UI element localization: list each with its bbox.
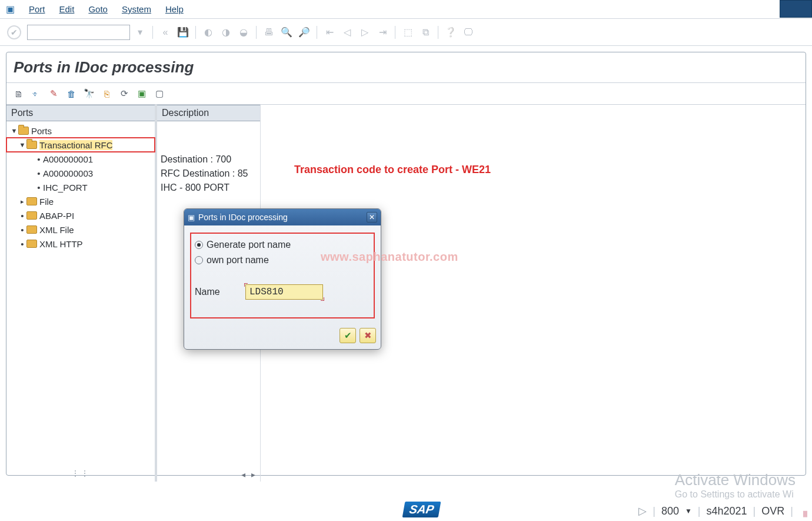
status-insert-mode: OVR [761, 505, 784, 517]
prev-page-icon[interactable]: ◁ [340, 25, 355, 40]
new-session-icon[interactable]: ⬚ [400, 25, 415, 40]
content-split: Ports ▼ Ports ▼ Transactional RFC • A000… [6, 105, 806, 482]
layout-icon[interactable]: 🖵 [461, 25, 476, 40]
help-icon[interactable]: ❔ [443, 25, 458, 40]
toolbar-separator [438, 26, 438, 39]
bullet-icon: • [18, 239, 26, 249]
last-page-icon[interactable]: ⇥ [375, 25, 390, 40]
delete-icon[interactable]: 🗑 [64, 87, 78, 101]
expand-icon[interactable]: ▣ [135, 87, 149, 101]
status-bar: ▷ | 800 ▼ | s4h2021 | OVR | ▗ [638, 505, 807, 517]
bullet-icon: • [35, 182, 43, 193]
radio-label: Generate port name [207, 240, 291, 250]
dropdown-icon[interactable]: ▾ [132, 25, 148, 40]
status-system: s4h2021 [707, 505, 747, 517]
dialog-titlebar[interactable]: ▣ Ports in IDoc processing ✕ [184, 209, 381, 225]
status-play-icon[interactable]: ▷ [638, 505, 647, 517]
radio-label: own port name [207, 255, 269, 266]
status-client-dropdown-icon[interactable]: ▼ [685, 507, 692, 515]
window-corner-button[interactable] [780, 0, 812, 18]
create-icon[interactable]: 🗎 [11, 87, 25, 101]
nav-exit-icon[interactable]: ◑ [218, 25, 234, 40]
tree-leaf-a000000003[interactable]: • A000000003 [6, 166, 155, 180]
menu-edit[interactable]: Edit [59, 4, 75, 14]
nav-cancel-icon[interactable]: ◒ [236, 25, 251, 40]
port-name-input[interactable] [245, 284, 323, 300]
toolbar-separator [395, 26, 395, 39]
menu-system[interactable]: System [122, 4, 151, 14]
status-signal-icon: ▗ [799, 505, 807, 517]
dialog-cancel-button[interactable]: ✖ [360, 328, 376, 343]
expander-icon[interactable]: ▸ [18, 198, 26, 205]
tree-node-xml-file[interactable]: • XML File [6, 223, 155, 237]
description-a000000001: Destination : 700 [161, 154, 257, 168]
application-area: Ports in IDoc processing 🗎 ᯤ ✎ 🗑 🔭 ⎘ ⟳ ▣… [6, 52, 806, 476]
tree-node-transactional-rfc[interactable]: ▼ Transactional RFC [6, 138, 155, 152]
collapse-icon[interactable]: ▢ [152, 87, 167, 101]
print-icon[interactable]: 🖶 [261, 25, 277, 40]
folder-icon [26, 240, 37, 248]
tree-column-header: Ports [6, 105, 155, 121]
toolbar-separator [317, 26, 317, 39]
menu-doc-icon: ▣ [6, 4, 15, 15]
tree-label: File [39, 197, 54, 207]
menubar: ▣ Port Edit Goto System Help [0, 0, 812, 19]
shortcut-icon[interactable]: ⧉ [418, 25, 433, 40]
folder-icon [26, 197, 37, 205]
tree-pane: Ports ▼ Ports ▼ Transactional RFC • A000… [6, 105, 157, 482]
radio-icon [195, 256, 203, 264]
dialog-button-row: ✔ ✖ [184, 323, 381, 349]
find-icon[interactable]: 🔍 [279, 25, 294, 40]
menu-port[interactable]: Port [29, 4, 45, 14]
next-page-icon[interactable]: ▷ [357, 25, 372, 40]
required-marker-icon [244, 283, 248, 287]
tree-label: Ports [31, 126, 52, 136]
tree-leaf-a000000001[interactable]: • A000000001 [6, 152, 155, 166]
folder-icon [26, 225, 37, 234]
scroll-left-icon[interactable]: ◂ [241, 470, 245, 479]
toolbar-separator [152, 26, 153, 39]
tree-label: XML File [39, 225, 74, 235]
dialog-ok-button[interactable]: ✔ [340, 328, 356, 343]
command-field[interactable] [27, 25, 130, 40]
menu-goto[interactable]: Goto [88, 4, 108, 14]
glasses-icon[interactable]: ᯤ [29, 87, 43, 101]
nav-back-icon[interactable]: ◐ [201, 25, 216, 40]
bullet-icon: • [18, 225, 26, 235]
refresh-icon[interactable]: ⟳ [117, 87, 131, 101]
tree-root-ports[interactable]: ▼ Ports [6, 124, 155, 138]
change-icon[interactable]: ✎ [46, 87, 61, 101]
tree-label: IHC_PORT [43, 182, 88, 193]
menu-help[interactable]: Help [165, 4, 184, 14]
save-icon[interactable]: 💾 [175, 25, 191, 40]
bullet-icon: • [35, 154, 43, 164]
splitter-grip-icon[interactable]: ⋮⋮ [71, 469, 90, 478]
watermark-text: www.saphanatutor.com [321, 250, 458, 264]
dialog-doc-icon: ▣ [188, 213, 195, 222]
find-next-icon[interactable]: 🔎 [297, 25, 312, 40]
status-client[interactable]: 800 [661, 505, 679, 517]
sap-logo: SAP [402, 502, 441, 517]
port-name-dialog: ▣ Ports in IDoc processing ✕ Generate po… [184, 208, 381, 350]
required-marker-icon [321, 297, 324, 301]
copy-icon[interactable]: ⎘ [99, 87, 114, 101]
description-scroll-controls: ◂ ▸ [241, 470, 255, 479]
first-page-icon[interactable]: ⇤ [322, 25, 337, 40]
tree-node-xml-http[interactable]: • XML HTTP [6, 237, 155, 251]
tree-node-abap-pi[interactable]: • ABAP-PI [6, 208, 155, 223]
description-ihc-port: IHC - 800 PORT [161, 182, 257, 197]
bullet-icon: • [18, 211, 26, 221]
folder-icon [26, 141, 37, 149]
bullet-icon: • [35, 168, 43, 178]
tree-node-file[interactable]: ▸ File [6, 194, 155, 208]
annotation-transaction-code: Transaction code to create Port - WE21 [294, 164, 491, 176]
binoculars-icon[interactable]: 🔭 [82, 87, 96, 101]
enter-icon[interactable]: ✔ [7, 25, 21, 39]
tree-leaf-ihc-port[interactable]: • IHC_PORT [6, 180, 155, 194]
toolbar-separator [195, 26, 196, 39]
expander-icon[interactable]: ▼ [10, 127, 18, 134]
expander-icon[interactable]: ▼ [18, 141, 26, 148]
scroll-right-icon[interactable]: ▸ [251, 470, 255, 479]
back-icon[interactable]: « [158, 25, 173, 40]
dialog-close-button[interactable]: ✕ [367, 212, 377, 223]
